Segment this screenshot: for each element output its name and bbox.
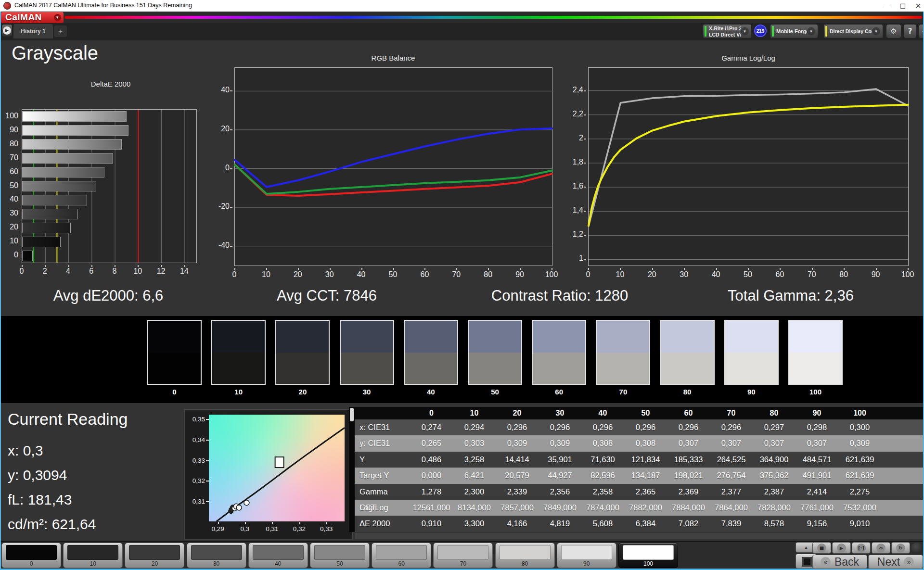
swatch-target [341, 353, 393, 384]
table-cell: 0,307 [796, 435, 838, 451]
rgb-y-axis: 40200-20-40 [212, 67, 232, 266]
tab-scroll-button[interactable]: ▶ [1, 24, 13, 37]
cie-x-tick-label: 0,33 [320, 525, 333, 532]
chevron-down-icon: ▼ [872, 27, 880, 36]
display-dropdown-label: Direct Display Control [830, 25, 872, 38]
patch-color [67, 545, 118, 560]
table-cell: 0,296 [581, 419, 624, 435]
swatch-label: 40 [404, 388, 458, 396]
display-control-dropdown[interactable]: Direct Display Control ▼ [823, 24, 883, 38]
tick-mark [298, 268, 299, 270]
deltae-tick-label: 0 [3, 248, 18, 262]
tick-mark [230, 129, 232, 130]
tick-mark [361, 268, 362, 270]
back-button[interactable]: «Back [812, 555, 867, 569]
next-button[interactable]: Next» [868, 555, 923, 569]
tick-mark [230, 90, 232, 91]
table-cell: 621,639 [838, 452, 881, 468]
patch-label: 10 [64, 560, 122, 567]
swatch-label: 30 [340, 388, 394, 396]
deltae-tick-label: 50 [3, 179, 18, 193]
swatch-10 [211, 320, 266, 385]
patch-label: 70 [434, 560, 492, 567]
tick-mark [161, 265, 162, 267]
deltae-tick-label: 60 [3, 165, 18, 179]
table-cell: 2,275 [838, 484, 881, 500]
cie-x-tick-label: 0,31 [266, 525, 278, 532]
continuous-button[interactable]: ∞ [872, 542, 890, 554]
table-scrollbar[interactable] [350, 408, 354, 421]
swatch-actual [597, 321, 649, 353]
swatch-0 [147, 320, 202, 385]
calman-logo-menu[interactable]: CalMAN ▼ [1, 12, 64, 23]
status-lamp [911, 543, 923, 554]
tick-mark [115, 265, 116, 267]
total-gamma-stat: Total Gamma: 2,36 [728, 287, 854, 304]
stop-button[interactable]: ■ [812, 542, 831, 554]
y-tick-label: 40 [221, 86, 230, 94]
page-title: Grayscale [12, 42, 98, 64]
patch-button-80[interactable]: 80 [495, 543, 555, 568]
x-tick-label: 100 [545, 270, 558, 279]
table-cell: 364,900 [753, 452, 796, 468]
patch-button-20[interactable]: 20 [125, 543, 184, 568]
patch-button-90[interactable]: 90 [557, 543, 616, 568]
y-tick-label: -20 [218, 202, 230, 211]
table-cell: 621,639 [838, 468, 881, 483]
table-cell: 0,309 [539, 435, 581, 451]
maximize-button[interactable]: □ [895, 0, 911, 12]
table-cell: 4,819 [539, 516, 581, 532]
table-cell: 7849,000 [539, 500, 581, 516]
tick-mark [230, 207, 232, 208]
patch-button-50[interactable]: 50 [310, 543, 370, 568]
table-cell: 2,414 [796, 484, 838, 500]
help-button[interactable]: ? [903, 24, 917, 38]
source-dropdown[interactable]: Mobile Forge ▼ [770, 24, 818, 38]
single-measure-button[interactable]: [·] [852, 542, 871, 554]
swatch-actual [789, 321, 842, 353]
patch-button-100[interactable]: 100 [618, 543, 678, 568]
table-cell: 3,300 [453, 516, 496, 532]
x-tick-label: 20 [294, 270, 302, 279]
deltae-bar [22, 167, 104, 177]
settings-button[interactable]: ⚙ [886, 24, 901, 38]
tick-mark [584, 90, 586, 91]
tab-history-1[interactable]: History 1 [13, 24, 53, 38]
x-tick-label: 30 [680, 270, 688, 279]
swatch-label: 0 [147, 388, 202, 396]
tick-mark [245, 522, 246, 524]
swatch-target [469, 353, 521, 384]
swatch-label: 80 [660, 388, 715, 396]
patch-button-10[interactable]: 10 [63, 543, 123, 568]
close-button[interactable]: × [911, 0, 924, 12]
swatch-label: 50 [468, 388, 522, 396]
table-cell: 0,309 [838, 435, 881, 451]
back-label: Back [834, 556, 859, 569]
tick-mark [218, 522, 219, 524]
minimize-button[interactable]: — [880, 0, 895, 12]
refresh-button[interactable]: ↻ [891, 542, 910, 554]
add-tab-button[interactable]: + [54, 25, 67, 37]
table-cell: 0,274 [410, 419, 453, 435]
x-tick-label: 100 [901, 270, 914, 279]
x-tick-label: 70 [808, 270, 816, 279]
y-tick-label: 1,6 [573, 182, 583, 190]
table-row: Target Y0,0006,42120,57944,92782,596134,… [355, 468, 924, 483]
patch-label: 80 [496, 560, 554, 567]
y-tick-label: 20 [221, 125, 230, 133]
patch-button-0[interactable]: 0 [1, 543, 61, 568]
x-tick-label: 40 [357, 270, 366, 279]
tick-mark [716, 268, 717, 270]
patch-button-40[interactable]: 40 [248, 543, 308, 568]
table-cell: 7882,000 [624, 500, 667, 516]
patch-button-60[interactable]: 60 [372, 543, 431, 568]
swatch-target [661, 353, 714, 384]
rgb-x-axis: 0102030405060708090100 [234, 268, 552, 279]
patch-button-30[interactable]: 30 [187, 543, 246, 568]
chevron-down-icon: ▼ [54, 14, 61, 21]
gear-icon: ⚙ [890, 27, 897, 36]
play-button[interactable]: ▶ [832, 542, 851, 554]
patch-button-70[interactable]: 70 [433, 543, 493, 568]
meter-count-badge[interactable]: 219 [754, 25, 767, 37]
meter-dropdown[interactable]: X-Rite i1Pro 2 LCD Direct View ▼ [703, 24, 752, 38]
